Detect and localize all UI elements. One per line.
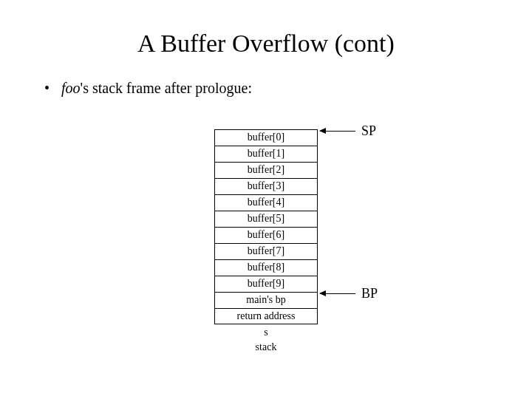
- stack-cell: buffer[6]: [214, 227, 318, 243]
- sp-pointer: SP: [320, 123, 376, 139]
- stack-cell: buffer[0]: [214, 129, 318, 146]
- stack-cell: buffer[2]: [214, 162, 318, 178]
- stack-cell: buffer[8]: [214, 259, 318, 276]
- slide-title: A Buffer Overflow (cont): [44, 30, 488, 58]
- stack-cell: buffer[1]: [214, 146, 318, 162]
- stack-cell: buffer[5]: [214, 211, 318, 227]
- bullet-dot: •: [44, 80, 58, 97]
- stack-column: buffer[0] buffer[1] buffer[2] buffer[3] …: [214, 129, 318, 354]
- stack-cell: buffer[9]: [214, 276, 318, 292]
- slide: A Buffer Overflow (cont) • foo's stack f…: [0, 0, 532, 399]
- bp-label: BP: [361, 286, 378, 301]
- bp-pointer: BP: [320, 286, 378, 301]
- arrow-left-icon: [320, 293, 355, 294]
- stack-below-stack: stack: [214, 341, 318, 354]
- stack-below-s: s: [214, 326, 318, 339]
- stack-cell: buffer[3]: [214, 178, 318, 194]
- stack-cell: buffer[4]: [214, 194, 318, 211]
- sp-label: SP: [361, 123, 376, 139]
- arrow-left-icon: [320, 131, 355, 132]
- bullet-rest: 's stack frame after prologue:: [81, 80, 252, 96]
- bullet-line: • foo's stack frame after prologue:: [44, 80, 488, 97]
- stack-cell: return address: [214, 308, 318, 324]
- stack-cell: main's bp: [214, 292, 318, 308]
- bullet-foo: foo: [61, 80, 81, 96]
- stack-cell: buffer[7]: [214, 243, 318, 259]
